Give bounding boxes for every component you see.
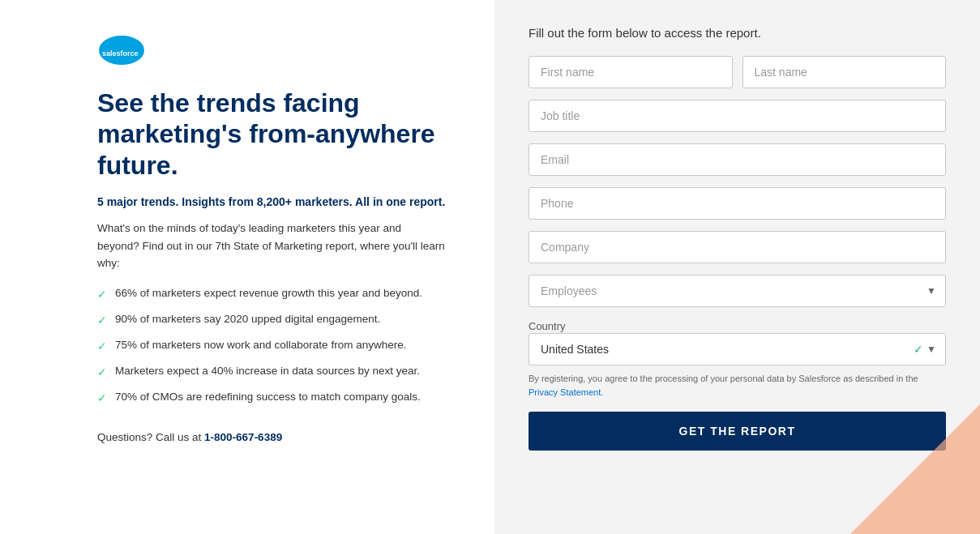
company-group bbox=[529, 231, 946, 263]
list-item: ✓90% of marketers say 2020 upped digital… bbox=[97, 311, 446, 329]
country-select-wrapper: United States Canada United Kingdom Aust… bbox=[529, 333, 946, 365]
description: What's on the minds of today's leading m… bbox=[97, 220, 446, 272]
list-item: ✓75% of marketers now work and collabora… bbox=[97, 337, 446, 355]
check-icon: ✓ bbox=[97, 338, 107, 355]
main-heading: See the trends facing marketing's from-a… bbox=[97, 88, 446, 181]
phone-group bbox=[529, 187, 946, 220]
email-input[interactable] bbox=[529, 143, 946, 176]
job-title-input[interactable] bbox=[529, 100, 946, 132]
subheading: 5 major trends. Insights from 8,200+ mar… bbox=[97, 195, 446, 208]
list-item: ✓70% of CMOs are redefining success to m… bbox=[97, 389, 446, 407]
company-input[interactable] bbox=[529, 231, 946, 263]
list-item: ✓Marketers expect a 40% increase in data… bbox=[97, 363, 446, 381]
contact-line: Questions? Call us at 1-800-667-6389 bbox=[97, 431, 446, 443]
phone-input[interactable] bbox=[529, 187, 946, 220]
left-panel: salesforce See the trends facing marketi… bbox=[0, 0, 494, 534]
list-item: ✓66% of marketers expect revenue growth … bbox=[97, 285, 446, 303]
employees-wrapper: Employees 1-10 11-50 51-200 201-500 501-… bbox=[529, 275, 946, 307]
logo-wrapper: salesforce bbox=[97, 32, 446, 70]
job-title-group bbox=[529, 100, 946, 132]
first-name-input[interactable] bbox=[529, 56, 733, 88]
check-icon: ✓ bbox=[97, 286, 107, 303]
employees-select[interactable]: Employees 1-10 11-50 51-200 201-500 501-… bbox=[529, 275, 946, 307]
right-panel: Fill out the form below to access the re… bbox=[494, 0, 980, 534]
country-select[interactable]: United States Canada United Kingdom Aust… bbox=[529, 333, 946, 365]
phone-number: 1-800-667-6389 bbox=[204, 431, 282, 443]
page-wrapper: salesforce See the trends facing marketi… bbox=[0, 0, 980, 534]
email-group bbox=[529, 143, 946, 176]
check-icon: ✓ bbox=[97, 390, 107, 407]
form-title: Fill out the form below to access the re… bbox=[529, 26, 946, 40]
country-group: Country United States Canada United King… bbox=[529, 318, 946, 365]
name-row bbox=[529, 56, 946, 88]
country-label: Country bbox=[529, 320, 566, 332]
privacy-link[interactable]: Privacy Statement. bbox=[529, 387, 603, 397]
last-name-input[interactable] bbox=[742, 56, 947, 88]
check-icon: ✓ bbox=[97, 364, 107, 381]
salesforce-logo: salesforce bbox=[97, 32, 146, 66]
check-icon: ✓ bbox=[97, 312, 107, 329]
bullet-list: ✓66% of marketers expect revenue growth … bbox=[97, 285, 446, 415]
svg-text:salesforce: salesforce bbox=[102, 49, 139, 58]
submit-button[interactable]: GET THE REPORT bbox=[529, 412, 946, 451]
privacy-text: By registering, you agree to the process… bbox=[529, 372, 946, 399]
